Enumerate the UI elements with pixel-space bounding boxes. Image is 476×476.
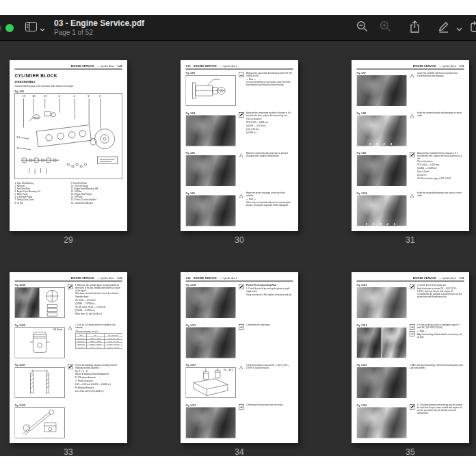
figure-label: Fig. 3-116 [357, 404, 407, 407]
instruction-line: H: Honing allowance [75, 386, 122, 389]
page-header: 3-30ENGINE SERVICE— Cylinder Block [186, 64, 293, 70]
sidebar-toggle-icon [25, 22, 37, 34]
share-icon[interactable] [409, 20, 421, 36]
note-icons: △ [410, 72, 416, 109]
header-title: ENGINE SERVICE [194, 64, 217, 68]
instruction-line: 1. Check the pin fit by rocking the pist… [246, 287, 293, 293]
note-icons: △ [239, 192, 245, 230]
svg-text:14: 14 [16, 135, 20, 139]
figure-art [15, 408, 65, 438]
instruction-line: Measure the connecting rod thrust cleara… [246, 112, 293, 118]
zoom-out-icon[interactable] [356, 20, 369, 36]
figure-column: Fig. 3-1001 2 3 4 5 [357, 192, 407, 230]
rotate-icon[interactable] [470, 21, 476, 36]
spec-table: O/S2K3K, 4K seriesO/S 0.2572.25 — 72.287… [75, 334, 122, 349]
figure-drawing-half [40, 288, 65, 318]
figure-overlay-label: O/S Piston [53, 329, 62, 331]
arrow-icon: ◄► [410, 331, 415, 336]
figure-row: Fig. 3-99Measure the crankshaft thrust c… [357, 152, 464, 189]
zoom-in-icon[interactable] [379, 20, 392, 36]
figure-row: Fig. 3-93◄►Remove the input shaft front … [186, 72, 293, 109]
markup-icon[interactable] [437, 21, 450, 36]
instruction-line: (2.8346 — 2.8358 in.) [75, 302, 122, 305]
instruction-text: 8. The fitting between the bushing and p… [417, 404, 464, 442]
figure-art [186, 155, 236, 186]
page-header: ENGINE SERVICE— Cylinder Block3-35 [357, 276, 464, 282]
header-subtitle: — Cylinder Block [439, 277, 456, 280]
instruction-column: Measure the connecting rod thrust cleara… [236, 112, 293, 150]
pdf-page-thumbnail[interactable]: ENGINE SERVICE— Cylinder Block3-33Fig. 3… [10, 272, 127, 443]
instruction-line: C: Piston clearance [75, 380, 122, 382]
figure-label: Fig. 3-112 [186, 404, 236, 407]
instruction-text: Remove the input shaft front bearing wit… [246, 72, 293, 109]
table-caption: O/S piston diameter mm (in.) [75, 330, 122, 332]
instruction-line: STD 0.040 — 0.242 mm [417, 164, 464, 167]
thumbnail-row: ENGINE SERVICE— Cylinder Block3-29CYLIND… [10, 60, 469, 245]
instruction-text: Mark the connecting rods and caps to pre… [246, 152, 293, 189]
page-ref: 3-35 [459, 277, 464, 280]
note-icons: △ [239, 364, 245, 401]
figure-row: Fig. 3-1135. Check the fit of the piston… [357, 284, 464, 321]
instruction-column: △Keep the connecting rods and bearings i… [407, 112, 464, 150]
header-subtitle: — Cylinder Block [97, 65, 114, 68]
figure-row: Fig. 3-1168. The fitting between the bus… [357, 404, 464, 442]
instruction-text: 3. Use the following equation to determi… [75, 364, 122, 401]
page-content: 3-30ENGINE SERVICE— Cylinder BlockFig. 3… [181, 60, 298, 231]
instruction-column: ◄►◄►6. If the bushing is worn or damaged… [407, 324, 464, 362]
instruction-line: 2. Remove the snap rings. [246, 324, 293, 327]
sidebar-toggle-button[interactable] [25, 22, 45, 34]
note-icons [239, 112, 245, 150]
instruction-text: Keep the crankshaft bearings and caps in… [417, 192, 464, 230]
note-icons [410, 404, 416, 442]
document-intro: Disassemble the parts in the numerical o… [15, 85, 107, 88]
warning-icon: △ [239, 192, 244, 198]
figure-art [186, 408, 236, 438]
note-icons: △ [239, 152, 245, 189]
page-content: ENGINE SERVICE— Cylinder Block3-33Fig. 3… [10, 272, 127, 443]
instruction-line: O/S thrust washer type: 0.125, 0.254 [417, 177, 464, 180]
figure-row: Fig. 3-981 2 3 4△Keep the connecting rod… [357, 112, 464, 150]
instruction-text: Cover the rod bolts with hoses to protec… [417, 72, 464, 109]
figure-column: Fig. 3-115 [357, 364, 407, 401]
figure-column: Fig. 3-93 [186, 72, 236, 109]
arrow-icon: ◄► [239, 72, 244, 78]
header-title: ENGINE SERVICE [413, 276, 436, 280]
instruction-line: Align the bushing oil hole with the conn… [417, 333, 464, 339]
figure-art: 1 2 3 4 [357, 116, 407, 146]
pdf-page-thumbnail[interactable]: ENGINE SERVICE— Cylinder Block3-29CYLIND… [10, 60, 127, 231]
thumbnail-row: ENGINE SERVICE— Cylinder Block3-33Fig. 3… [10, 272, 469, 456]
chevron-down-icon [40, 22, 45, 34]
instruction-column: △Ream the piston ring ridge at the top o… [236, 192, 293, 230]
figure-label: Fig. 3-110 [186, 324, 236, 327]
wrench-glyph [410, 153, 414, 156]
arrow-icon: ◄► [239, 404, 244, 410]
figure-column: Fig. 3-99 [357, 152, 407, 189]
instruction-line: — Note — [417, 330, 464, 332]
pdf-page-thumbnail[interactable]: ENGINE SERVICE— Cylinder Block3-35Fig. 3… [352, 272, 469, 443]
markup-chevron-icon[interactable] [456, 22, 462, 34]
instruction-line: (2.9134 — 2.9146 in.) [75, 309, 122, 312]
instruction-text: Keep the connecting rods and bearings in… [417, 112, 464, 150]
figure-column: Fig. 3-107 [15, 364, 65, 401]
header-subtitle: — Cylinder Block [220, 65, 237, 68]
instruction-line: 6. If the bushing is worn or damaged, re… [417, 324, 464, 330]
figure-label: Fig. 3-98 [357, 112, 407, 115]
arrow-icon: ◄► [410, 324, 415, 330]
svg-text:16: 16 [32, 94, 36, 98]
page-content: ENGINE SERVICE— Cylinder Block3-35Fig. 3… [352, 272, 469, 443]
traffic-light-partial[interactable] [0, 24, 1, 32]
pdf-page-thumbnail[interactable]: ENGINE SERVICE— Cylinder Block3-31Fig. 3… [352, 60, 469, 231]
pdf-page-thumbnail[interactable]: 3-30ENGINE SERVICE— Cylinder BlockFig. 3… [181, 60, 298, 231]
instruction-text: 2. Use an O/S piston when the cylinders … [75, 324, 122, 362]
instruction-line: 3. Use the following equation to determi… [75, 364, 122, 369]
window-title: 03 - Engine Service.pdf [54, 19, 144, 29]
pdf-page-thumbnail[interactable]: 3-34ENGINE SERVICE— Cylinder BlockFig. 3… [181, 272, 298, 443]
figure-label: Fig. 3-97 [357, 72, 407, 75]
traffic-light-green[interactable] [5, 24, 14, 32]
header-subtitle: — Cylinder Block [439, 65, 456, 68]
instruction-line: Wear limit: 0.2 mm (0.008 in.) [75, 313, 122, 315]
page-header: ENGINE SERVICE— Cylinder Block3-31 [357, 64, 464, 70]
figure-overlay-label: 70 — 80°C [224, 369, 234, 371]
instruction-text [68, 404, 122, 442]
instruction-line: Cover the rod bolts with hoses to protec… [417, 72, 464, 77]
